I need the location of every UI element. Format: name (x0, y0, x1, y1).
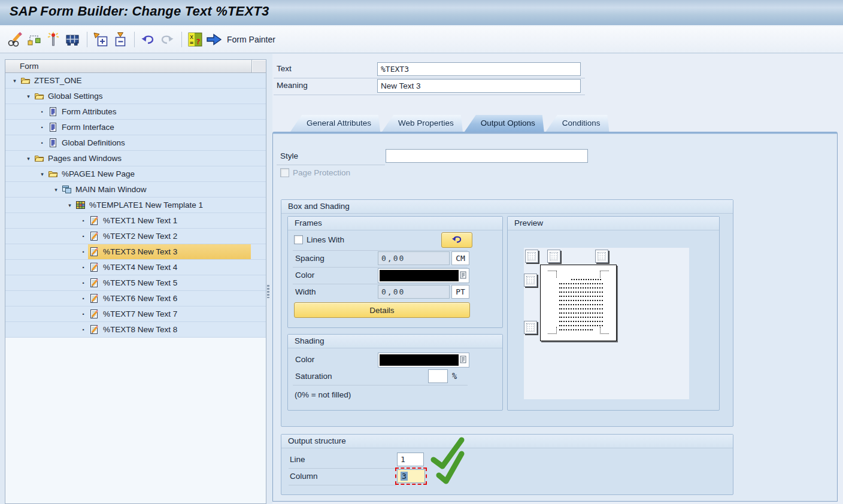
lines-with-checkbox[interactable] (294, 235, 303, 244)
lines-with-label: Lines With (307, 235, 344, 244)
tab-strip: General AttributesWeb PropertiesOutput O… (290, 115, 611, 132)
create-icon[interactable] (44, 31, 62, 48)
text-field[interactable]: %TEXT3 (377, 62, 581, 76)
percent-sign: % (452, 371, 457, 381)
text-icon (89, 231, 99, 241)
expand-subtree-icon[interactable] (92, 31, 110, 48)
preview-frame-option-button[interactable] (525, 250, 538, 263)
expander-icon[interactable]: ▾ (10, 78, 19, 84)
row-content: Form Attributes (47, 104, 251, 119)
tree-item--text5-new-text-5[interactable]: ·%TEXT5 New Text 5 (5, 275, 266, 291)
table-painter-icon[interactable] (63, 31, 81, 48)
line-field[interactable]: 1 (397, 453, 424, 466)
spacing-label: Spacing (295, 254, 325, 263)
shading-group: Shading Color Saturation % (0% = not fil… (287, 334, 503, 411)
shading-color-combo[interactable] (378, 353, 469, 368)
tree-item-global-definitions[interactable]: ·Global Definitions (5, 135, 266, 151)
tree-item--text2-new-text-2[interactable]: ·%TEXT2 New Text 2 (5, 229, 266, 244)
tree-item--text4-new-text-4[interactable]: ·%TEXT4 New Text 4 (5, 260, 266, 275)
tree-item-pages-and-windows[interactable]: ▾Pages and Windows (5, 151, 266, 166)
form-painter-icon[interactable] (205, 31, 223, 48)
tree-item-form-interface[interactable]: ·Form Interface (5, 120, 266, 135)
tab-general-attributes[interactable]: General Attributes (290, 115, 380, 132)
saturation-field[interactable] (428, 369, 448, 383)
preview-frame-option-button[interactable] (547, 250, 560, 263)
width-field[interactable]: 0,00 (378, 285, 450, 299)
tree-item--text8-new-text-8[interactable]: ·%TEXT8 New Text 8 (5, 322, 266, 338)
preview-frame-option-button[interactable] (524, 321, 537, 334)
leaf-bullet: · (38, 109, 47, 115)
display-change-icon[interactable] (6, 31, 24, 48)
tree-item-label: MAIN Main Window (75, 185, 147, 194)
expander-icon[interactable]: ▾ (51, 187, 60, 193)
folder-icon (20, 75, 31, 86)
toolbar-separator (134, 32, 135, 47)
redo-icon[interactable] (158, 31, 176, 48)
style-field[interactable] (386, 149, 588, 163)
combo-list-icon[interactable] (459, 271, 468, 281)
hierarchy-icon[interactable] (25, 31, 43, 48)
row-content: %TEXT4 New Text 4 (88, 260, 251, 275)
frame-color-combo[interactable] (378, 268, 469, 283)
details-button[interactable]: Details (294, 302, 470, 318)
tree-item-form-attributes[interactable]: ·Form Attributes (5, 104, 266, 120)
selected-text: 3 (401, 472, 408, 481)
tab-web-properties[interactable]: Web Properties (382, 115, 463, 132)
expander-icon[interactable]: ▾ (24, 156, 33, 162)
template-icon (75, 200, 86, 210)
tab-conditions[interactable]: Conditions (546, 115, 609, 132)
row-content: Pages and Windows (33, 151, 251, 166)
document-icon (48, 138, 58, 148)
splitter-handle[interactable] (267, 285, 269, 298)
tree-item-label: %TEMPLATE1 New Template 1 (89, 201, 203, 210)
column-field[interactable]: 3 (397, 469, 425, 483)
toolbar-separator (87, 32, 87, 47)
folder-icon (48, 169, 58, 179)
window-icon (62, 184, 72, 195)
preview-text-lines (551, 279, 609, 327)
preview-title: Preview (508, 217, 719, 230)
tree-item-label: %TEXT2 New Text 2 (103, 232, 177, 241)
document-icon (48, 122, 58, 132)
svg-text:?: ? (196, 37, 201, 46)
text-icon (89, 278, 99, 288)
page-protection-checkbox[interactable] (280, 168, 289, 177)
tree-item-main-main-window[interactable]: ▾MAIN Main Window (5, 182, 266, 198)
expander-icon[interactable]: ▾ (65, 202, 74, 208)
meaning-field[interactable]: New Text 3 (377, 79, 581, 93)
tree-item-ztest-one[interactable]: ▾ZTEST_ONE (5, 73, 266, 89)
tree-item--text1-new-text-1[interactable]: ·%TEXT1 New Text 1 (5, 213, 266, 229)
folder-icon (34, 153, 44, 163)
tree-item--page1-new-page[interactable]: ▾%PAGE1 New Page (5, 166, 266, 182)
style-label: Style (280, 151, 298, 160)
form-painter-label[interactable]: Form Painter (227, 35, 275, 44)
reset-frames-button[interactable] (441, 232, 472, 248)
row-content: %TEXT6 New Text 6 (88, 291, 251, 306)
page-title: SAP Form Builder: Change Text %TEXT3 (10, 4, 269, 19)
tree-item-global-settings[interactable]: ▾Global Settings (5, 89, 266, 104)
expander-icon[interactable]: ▾ (38, 171, 47, 177)
tree-item--template1-new-template-1[interactable]: ▾%TEMPLATE1 New Template 1 (5, 198, 266, 213)
expander-icon[interactable]: ▾ (24, 93, 33, 99)
spacing-field[interactable]: 0,00 (378, 251, 450, 265)
row-content: MAIN Main Window (60, 182, 251, 197)
tree-item-label: %TEXT4 New Text 4 (103, 263, 177, 272)
selected-row-highlight: %TEXT3 New Text 3 (88, 244, 251, 259)
tab-output-options[interactable]: Output Options (465, 115, 544, 132)
tree-item--text6-new-text-6[interactable]: ·%TEXT6 New Text 6 (5, 291, 266, 306)
tree-item--text7-new-text-7[interactable]: ·%TEXT7 New Text 7 (5, 306, 266, 322)
leaf-bullet: · (79, 280, 88, 286)
tree-item--text3-new-text-3[interactable]: ·%TEXT3 New Text 3 (5, 244, 266, 260)
combo-list-icon[interactable] (459, 356, 468, 365)
box-and-shading-group: Box and Shading Frames Lines With Spacin… (281, 199, 733, 427)
preview-frame-option-button[interactable] (524, 274, 537, 287)
undo-icon[interactable] (139, 31, 157, 48)
check-icon[interactable]: x=? (186, 31, 204, 48)
leaf-bullet: · (79, 218, 88, 224)
collapse-subtree-icon[interactable] (111, 31, 129, 48)
tree-item-label: %TEXT7 New Text 7 (103, 309, 177, 318)
page-protection-label: Page Protection (293, 168, 350, 177)
preview-frame-option-button[interactable] (595, 250, 608, 263)
toolbar-separator (181, 32, 182, 47)
saturation-note: (0% = not filled) (295, 390, 351, 399)
